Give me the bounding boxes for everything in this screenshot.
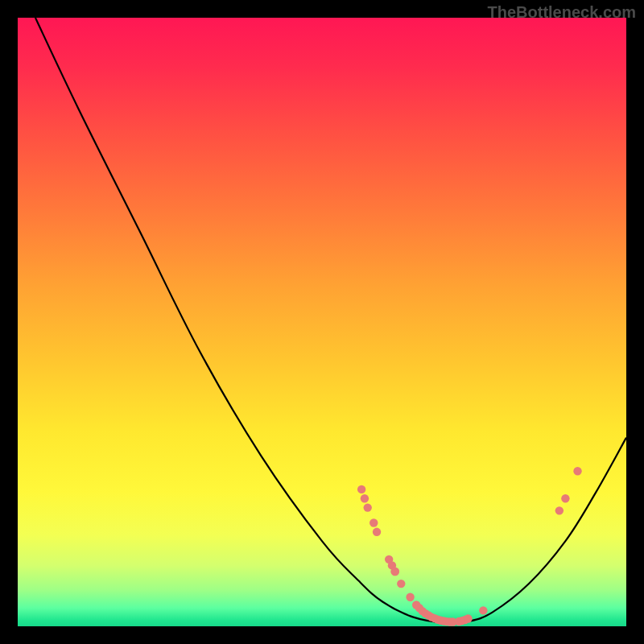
plot-area <box>18 18 626 626</box>
gradient-background <box>18 18 626 626</box>
watermark-text: TheBottleneck.com <box>488 3 636 22</box>
